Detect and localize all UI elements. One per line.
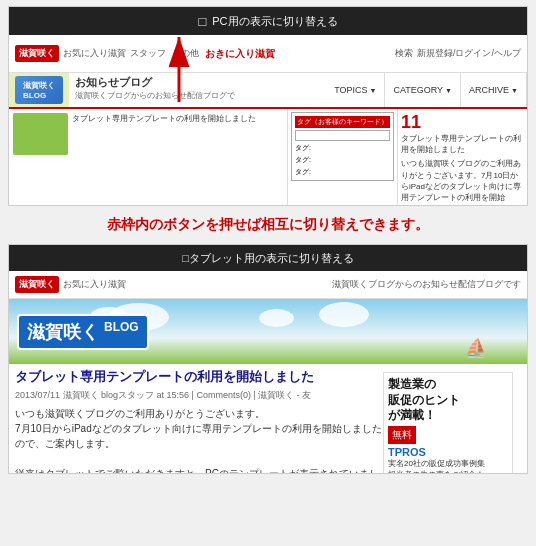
blog-nav-links: TOPICS ▼ CATEGORY ▼ ARCHIVE ▼	[326, 73, 527, 107]
shiga-logo-tablet: 滋賀咲く BLOG	[17, 314, 149, 350]
topics-arrow: ▼	[369, 87, 376, 94]
nav-other[interactable]: その他	[172, 47, 199, 61]
article-meta: 2013/07/11 滋賀咲く blogスタッフ at 15:56 | Comm…	[15, 389, 383, 402]
tablet-monitor-icon: □	[182, 252, 189, 264]
shiga-logo-text: 滋賀咲く	[27, 322, 99, 342]
ad-title: 製造業の販促のヒントが満載！	[388, 377, 508, 424]
tag-box: タグ（お客様のキーワード） タグ: タグ: タグ:	[291, 112, 394, 181]
topics-label: TOPICS	[334, 85, 367, 95]
content-sidebar: タグ（お客様のキーワード） タグ: タグ: タグ:	[287, 109, 397, 206]
bottom-site-header: 滋賀咲く お気に入り滋賀 滋賀咲くブログからのお知らせ配信ブログです	[9, 271, 527, 299]
article-title: タブレット専用テンプレートの利用を開始しました	[15, 368, 383, 386]
right-info: 11 タブレット専用テンプレートの利用を開始しました いつも滋賀咲くブログのご利…	[397, 109, 527, 206]
category-arrow: ▼	[445, 87, 452, 94]
pc-switch-bar[interactable]: □ PC用の表示に切り替える	[9, 7, 527, 35]
nav-archive[interactable]: ARCHIVE ▼	[461, 73, 527, 107]
tag-row-1: タグ:	[295, 143, 390, 153]
bottom-desc: 滋賀咲くブログからのお知らせ配信ブログです	[332, 278, 521, 291]
tag-row-3: タグ:	[295, 167, 390, 177]
tag-row-2: タグ:	[295, 155, 390, 165]
blog-title: お知らせブログ	[75, 75, 320, 90]
ad-box: 製造業の販促のヒントが満載！ 無料 TPROS 実名20社の販促成功事例集担当者…	[383, 372, 513, 474]
site-header: 滋賀咲く お気に入り滋賀 スタッフ その他 おきに入り滋賀 検索 新規登録/ログ…	[9, 35, 527, 73]
blog-logo-img: 滋賀咲くBLOG	[15, 76, 63, 104]
article-desc-small: いつも滋賀咲くブログのご利用ありがとうございます。7月10日からiPadなどのタ…	[401, 158, 524, 203]
nav-topics[interactable]: TOPICS ▼	[326, 73, 385, 107]
tablet-switch-bar[interactable]: □ タブレット用の表示に切り替える	[9, 245, 527, 271]
article-main: タブレット専用テンプレートの利用を開始しました 2013/07/11 滋賀咲く …	[15, 368, 383, 474]
bottom-screenshot: □ タブレット用の表示に切り替える 滋賀咲く お気に入り滋賀 滋賀咲くブログから…	[8, 244, 528, 474]
blog-sup: BLOG	[104, 320, 139, 334]
nav-staff[interactable]: スタッフ	[130, 47, 166, 61]
blog-subtitle-area: お知らせブログ 滋賀咲くブログからのお知らせ配信ブログで	[69, 73, 326, 107]
tag-label-3: タグ:	[295, 167, 311, 177]
nav-category[interactable]: CATEGORY ▼	[385, 73, 461, 107]
category-label: CATEGORY	[393, 85, 443, 95]
tablet-blog-header: 滋賀咲く BLOG ⛵	[9, 299, 527, 364]
blog-logo-area: 滋賀咲くBLOG	[9, 73, 69, 107]
blog-desc: 滋賀咲くブログからのお知らせ配信ブログで	[75, 90, 320, 101]
cloud-4	[319, 302, 369, 327]
ad-body: 実名20社の販促成功事例集担当者の生の声をご紹介！	[388, 458, 508, 474]
monitor-icon: □	[198, 14, 206, 29]
cloud-3	[259, 309, 294, 327]
content-main: タブレット専用テンプレートの利用を開始しました	[9, 109, 287, 206]
site-logo: 滋賀咲く	[15, 45, 59, 62]
article-section: タブレット専用テンプレートの利用を開始しました 2013/07/11 滋賀咲く …	[9, 364, 527, 474]
tag-label-1: タグ:	[295, 143, 311, 153]
archive-label: ARCHIVE	[469, 85, 509, 95]
fav-link: お気に入り滋賀	[63, 47, 126, 60]
tag-title: タグ（お客様のキーワード）	[295, 116, 390, 128]
top-screenshot: □ PC用の表示に切り替える 滋賀咲く お気に入り滋賀 スタッフ その他 おきに…	[8, 6, 528, 206]
article-body: いつも滋賀咲くブログのご利用ありがとうございます。 7月10日からiPadなどの…	[15, 406, 383, 474]
nav-okinii: おきに入り滋賀	[205, 47, 275, 61]
pc-switch-text: PC用の表示に切り替える	[212, 14, 337, 29]
archive-arrow: ▼	[511, 87, 518, 94]
content-image	[13, 113, 68, 155]
ad-free-label: 無料	[388, 426, 416, 444]
content-area: タブレット専用テンプレートの利用を開始しました タグ（お客様のキーワード） タグ…	[9, 109, 527, 206]
site-nav: スタッフ その他 おきに入り滋賀	[130, 47, 275, 61]
tag-input[interactable]	[295, 130, 390, 141]
login-link[interactable]: 新規登録/ログイン/ヘルプ	[417, 47, 521, 60]
tag-label-2: タグ:	[295, 155, 311, 165]
ad-logo: TPROS	[388, 446, 508, 458]
article-title-small: タブレット専用テンプレートの利用を開始しました	[401, 133, 524, 155]
article-date: 11	[401, 112, 524, 133]
tablet-switch-text: タブレット用の表示に切り替える	[189, 251, 354, 266]
search-label: 検索	[395, 47, 413, 60]
ship-icon: ⛵	[465, 337, 487, 359]
blog-nav: 滋賀咲くBLOG お知らせブログ 滋賀咲くブログからのお知らせ配信ブログで TO…	[9, 73, 527, 109]
bottom-site-logo: 滋賀咲く	[15, 276, 59, 293]
instruction-label: 赤枠内のボタンを押せば相互に切り替えできます。	[0, 210, 536, 240]
bottom-fav-link: お気に入り滋賀	[63, 278, 126, 291]
